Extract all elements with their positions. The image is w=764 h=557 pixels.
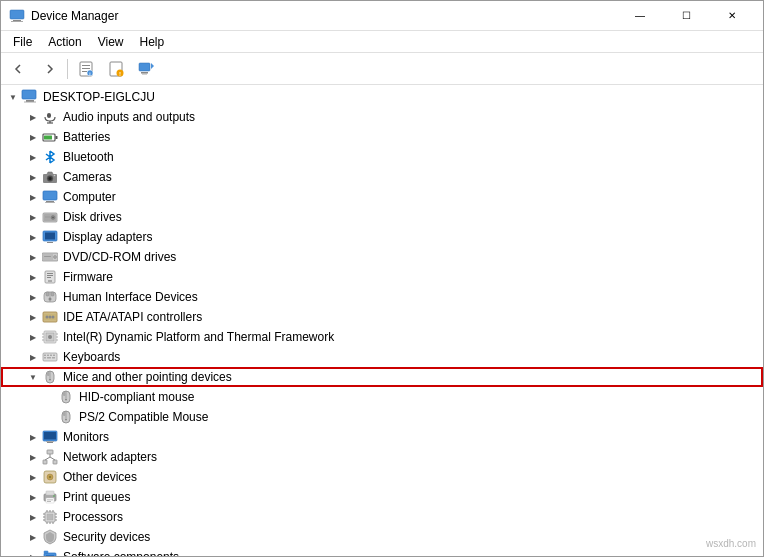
computer-label: Computer <box>63 190 116 204</box>
batteries-label: Batteries <box>63 130 110 144</box>
tree-item-hid-mouse[interactable]: HID-compliant mouse <box>1 387 763 407</box>
batteries-expand-icon: ▶ <box>25 127 41 147</box>
device-tree[interactable]: ▼ DESKTOP-EIGLCJU ▶ <box>1 85 763 556</box>
svg-rect-13 <box>141 72 148 74</box>
title-bar: Device Manager — ☐ ✕ <box>1 1 763 31</box>
tree-item-audio[interactable]: ▶ Audio inputs and outputs <box>1 107 763 127</box>
svg-rect-46 <box>47 275 53 276</box>
update-driver-button[interactable]: ! <box>102 56 130 82</box>
cameras-expand-icon: ▶ <box>25 167 41 187</box>
tree-item-ps2-mouse[interactable]: PS/2 Compatible Mouse <box>1 407 763 427</box>
svg-point-57 <box>49 316 52 319</box>
tree-item-monitors[interactable]: ▶ Monitors <box>1 427 763 447</box>
tree-item-firmware[interactable]: ▶ Firmware <box>1 267 763 287</box>
software-comp-icon <box>41 548 59 556</box>
firmware-label: Firmware <box>63 270 113 284</box>
dvd-icon <box>41 248 59 266</box>
network-icon <box>41 448 59 466</box>
menu-view[interactable]: View <box>90 31 132 53</box>
tree-item-mice[interactable]: ▼ Mice and other pointing devices <box>1 367 763 387</box>
menu-bar: File Action View Help <box>1 31 763 53</box>
tree-item-software-comp[interactable]: ▶ Software components <box>1 547 763 556</box>
root-computer-icon <box>21 88 39 106</box>
ps2-mouse-expand-icon <box>41 407 57 427</box>
tree-item-disk[interactable]: ▶ Disk drives <box>1 207 763 227</box>
tree-item-display[interactable]: ▶ Display adapters <box>1 227 763 247</box>
maximize-button[interactable]: ☐ <box>663 1 709 31</box>
svg-rect-12 <box>139 63 150 71</box>
svg-rect-30 <box>45 202 55 203</box>
scan-button[interactable] <box>132 56 160 82</box>
svg-rect-94 <box>53 460 57 464</box>
svg-line-97 <box>50 457 55 460</box>
tree-item-dvd[interactable]: ▶ DVD/CD-ROM drives <box>1 247 763 267</box>
root-label: DESKTOP-EIGLCJU <box>43 90 155 104</box>
monitors-label: Monitors <box>63 430 109 444</box>
svg-line-96 <box>45 457 50 460</box>
dvd-label: DVD/CD-ROM drives <box>63 250 176 264</box>
svg-rect-89 <box>44 432 56 440</box>
hid-label: Human Interface Devices <box>63 290 198 304</box>
svg-rect-103 <box>46 498 54 503</box>
tree-item-cameras[interactable]: ▶ Cameras <box>1 167 763 187</box>
tree-item-batteries[interactable]: ▶ Batteries <box>1 127 763 147</box>
audio-icon <box>41 108 59 126</box>
battery-icon <box>41 128 59 146</box>
other-expand-icon: ▶ <box>25 467 41 487</box>
minimize-button[interactable]: — <box>617 1 663 31</box>
svg-rect-74 <box>47 357 51 359</box>
tree-item-intel[interactable]: ▶ Intel(R) Dynamic Platform and The <box>1 327 763 347</box>
svg-rect-2 <box>11 21 23 22</box>
svg-point-34 <box>52 217 54 219</box>
menu-action[interactable]: Action <box>40 31 89 53</box>
keyboards-icon <box>41 348 59 366</box>
svg-point-100 <box>49 476 51 478</box>
intel-icon <box>41 328 59 346</box>
tree-item-other[interactable]: ▶ Other devices <box>1 467 763 487</box>
ide-expand-icon: ▶ <box>25 307 41 327</box>
tree-item-ide[interactable]: ▶ IDE ATA/ATAPI controllers <box>1 307 763 327</box>
dvd-expand-icon: ▶ <box>25 247 41 267</box>
tree-item-computer[interactable]: ▶ Computer <box>1 187 763 207</box>
menu-file[interactable]: File <box>5 31 40 53</box>
firmware-icon <box>41 268 59 286</box>
back-button[interactable] <box>5 56 33 82</box>
svg-rect-91 <box>46 441 54 442</box>
svg-rect-71 <box>50 355 52 357</box>
window-controls: — ☐ ✕ <box>617 1 755 31</box>
window-title: Device Manager <box>31 9 118 23</box>
svg-point-83 <box>65 399 67 401</box>
tree-item-processors[interactable]: ▶ <box>1 507 763 527</box>
tree-item-bluetooth[interactable]: ▶ Bluetooth <box>1 147 763 167</box>
root-expand-icon: ▼ <box>5 87 21 107</box>
svg-rect-39 <box>47 242 53 243</box>
svg-rect-22 <box>44 136 52 140</box>
ide-icon <box>41 308 59 326</box>
svg-rect-93 <box>43 460 47 464</box>
tree-item-security[interactable]: ▶ Security devices <box>1 527 763 547</box>
close-button[interactable]: ✕ <box>709 1 755 31</box>
scan-icon <box>138 61 154 77</box>
bluetooth-icon <box>41 148 59 166</box>
menu-help[interactable]: Help <box>132 31 173 53</box>
svg-rect-43 <box>44 256 51 257</box>
svg-rect-47 <box>47 277 51 278</box>
tree-item-print[interactable]: ▶ Print queues <box>1 487 763 507</box>
tree-item-hid[interactable]: ▶ Human Interface Devices <box>1 287 763 307</box>
ps2-mouse-label: PS/2 Compatible Mouse <box>79 410 208 424</box>
properties-button[interactable]: i <box>72 56 100 82</box>
svg-point-56 <box>46 316 49 319</box>
mice-label: Mice and other pointing devices <box>63 370 232 384</box>
bluetooth-label: Bluetooth <box>63 150 114 164</box>
tree-root[interactable]: ▼ DESKTOP-EIGLCJU <box>1 87 763 107</box>
intel-label: Intel(R) Dynamic Platform and Thermal Fr… <box>63 330 334 344</box>
forward-button[interactable] <box>35 56 63 82</box>
tree-item-network[interactable]: ▶ Network adapters <box>1 447 763 467</box>
disk-icon <box>41 208 59 226</box>
processors-label: Processors <box>63 510 123 524</box>
tree-item-keyboards[interactable]: ▶ Keyboards <box>1 347 763 367</box>
svg-rect-28 <box>43 191 57 200</box>
svg-rect-15 <box>22 90 36 99</box>
audio-label: Audio inputs and outputs <box>63 110 195 124</box>
update-icon: ! <box>108 61 124 77</box>
